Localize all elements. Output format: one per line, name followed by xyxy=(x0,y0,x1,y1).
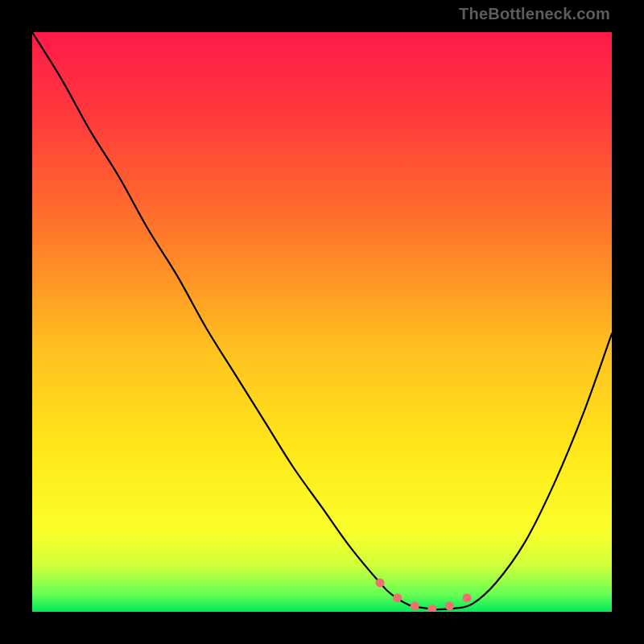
gradient-background xyxy=(32,32,612,612)
optimal-marker xyxy=(445,601,454,610)
chart-stage: TheBottleneck.com xyxy=(0,0,644,644)
optimal-marker xyxy=(463,593,472,602)
optimal-marker xyxy=(393,593,402,602)
optimal-marker xyxy=(411,601,419,610)
plot-area xyxy=(32,32,612,612)
optimal-marker xyxy=(376,579,385,588)
watermark-text: TheBottleneck.com xyxy=(459,5,610,23)
bottleneck-chart xyxy=(32,32,612,612)
